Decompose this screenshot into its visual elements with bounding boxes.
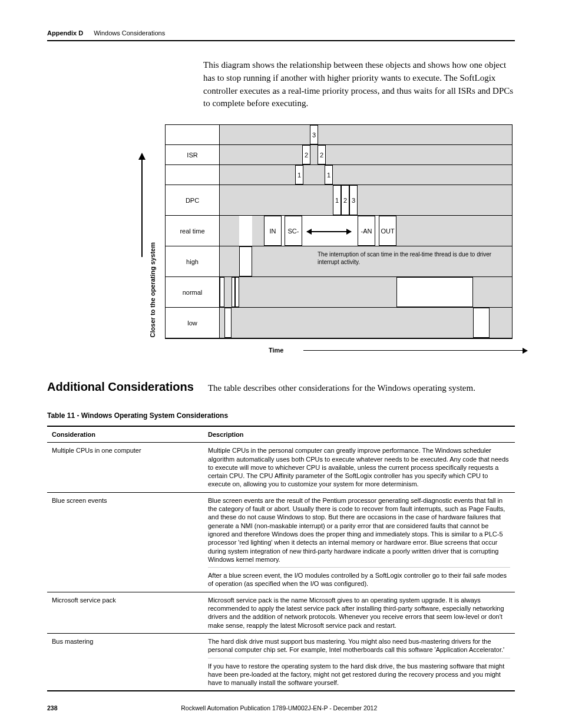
dpc-label: DPC [166, 185, 220, 215]
diagram-chart: 3 ISR 2 2 1 1 D [165, 124, 513, 339]
header-title: Windows Considerations [94, 29, 165, 37]
high-label: high [166, 246, 220, 276]
rt-out-box: OUT [379, 216, 396, 246]
intro-paragraph: This diagram shows the relationship betw… [203, 59, 515, 110]
cell-description: Blue screen events are the result of the… [203, 492, 515, 592]
normal-label: normal [166, 277, 220, 307]
page-footer: 238 Rockwell Automation Publication 1789… [47, 704, 515, 711]
closer-axis-label: Closer to the operating system [149, 242, 156, 337]
isr-row-3: 3 [166, 125, 512, 145]
appendix-label: Appendix D [47, 29, 83, 37]
cell-consideration: Bus mastering [47, 633, 203, 691]
dpc-box-2: 2 [341, 185, 349, 215]
isr-row-1: 1 1 [166, 165, 512, 185]
cell-consideration: Microsoft service pack [47, 592, 203, 633]
normal-task-d [396, 277, 473, 307]
dpc-row: DPC 1 2 3 [166, 185, 512, 216]
isr-box-3: 3 [310, 125, 318, 144]
page-number: 238 [47, 704, 58, 711]
section-heading: Additional Considerations [47, 380, 194, 394]
isr-box-1b: 1 [325, 165, 333, 185]
low-task-a [224, 308, 232, 338]
rt-gap-arrow [307, 231, 351, 232]
rt-in-box: IN [264, 216, 282, 246]
th-consideration: Consideration [47, 426, 203, 443]
low-label: low [166, 308, 220, 338]
considerations-table: Consideration Description Multiple CPUs … [47, 426, 515, 691]
dpc-box-1: 1 [333, 185, 341, 215]
table-caption: Table 11 - Windows Operating System Cons… [47, 411, 515, 420]
normal-task-c [235, 277, 239, 307]
cell-description: The hard disk drive must support bus mas… [203, 633, 515, 691]
th-description: Description [203, 426, 515, 443]
isr-box-2a: 2 [302, 145, 310, 164]
page-header: Appendix D Windows Considerations [47, 29, 515, 41]
cell-consideration: Multiple CPUs in one computer [47, 443, 203, 492]
publication-id: Rockwell Automation Publication 1789-UM0… [58, 704, 501, 711]
closer-axis-arrow [141, 154, 143, 257]
isr-box-1a: 1 [295, 165, 303, 185]
real-time-label: real time [166, 216, 220, 246]
normal-task-a [220, 277, 224, 307]
time-axis-label: Time [269, 347, 283, 354]
rt-sc-box: SC- [285, 216, 302, 246]
cell-text: The hard disk drive must support bus mas… [208, 637, 510, 654]
isr-row-2: ISR 2 2 [166, 145, 512, 165]
additional-considerations-section: Additional Considerations The table desc… [47, 380, 515, 394]
interrupt-note: The interruption of scan time in the rea… [318, 251, 500, 266]
low-row: low [166, 308, 512, 338]
cell-text-followup: If you have to restore the operating sys… [208, 658, 510, 687]
table-row: Microsoft service pack Microsoft service… [47, 592, 515, 633]
table-row: Bus mastering The hard disk drive must s… [47, 633, 515, 691]
rt-an-box: -AN [358, 216, 375, 246]
real-time-row: real time IN SC- -AN OUT [166, 216, 512, 246]
cell-text-followup: After a blue screen event, the I/O modul… [208, 567, 510, 588]
cell-text: Blue screen events are the result of the… [208, 496, 510, 564]
cell-description: Multiple CPUs in the personal computer c… [203, 443, 515, 492]
time-axis-arrow [303, 350, 527, 351]
normal-row: normal [166, 277, 512, 308]
table-row: Multiple CPUs in one computer Multiple C… [47, 443, 515, 492]
cell-description: Microsoft service pack is the name Micro… [203, 592, 515, 633]
table-row: Blue screen events Blue screen events ar… [47, 492, 515, 592]
isr-label: ISR [166, 145, 220, 164]
isr-box-2b: 2 [318, 145, 326, 164]
dpc-box-3: 3 [349, 185, 358, 215]
cell-consideration: Blue screen events [47, 492, 203, 592]
section-paragraph: The table describes other considerations… [208, 383, 475, 393]
high-row: high The interruption of scan time in th… [166, 246, 512, 277]
high-task [239, 246, 252, 276]
low-task-b [473, 308, 490, 338]
priority-diagram: Closer to the operating system 3 ISR 2 2 [141, 124, 515, 339]
